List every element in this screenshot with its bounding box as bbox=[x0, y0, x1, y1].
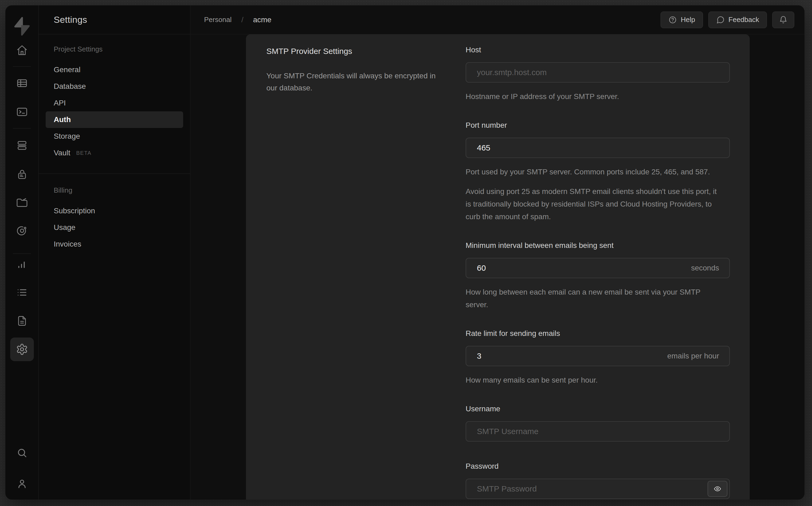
table-editor-icon bbox=[16, 77, 28, 89]
port-note: Avoid using port 25 as modern SMTP email… bbox=[466, 185, 718, 223]
reveal-password-button[interactable] bbox=[708, 481, 727, 497]
nav-heading-project-settings: Project Settings bbox=[39, 45, 190, 54]
rate-limit-field-group: Rate limit for sending emails emails per… bbox=[466, 329, 730, 386]
sidebar-item-table-editor[interactable] bbox=[5, 77, 39, 89]
chat-bubble-icon bbox=[716, 15, 725, 24]
password-label: Password bbox=[466, 462, 730, 471]
sidebar-item-realtime[interactable] bbox=[5, 225, 39, 237]
sidebar-item-search[interactable] bbox=[5, 447, 39, 459]
port-help: Port used by your SMTP server. Common po… bbox=[466, 166, 718, 178]
bell-icon bbox=[779, 15, 788, 24]
main-header: Personal / acme Help Feedback bbox=[191, 5, 805, 34]
password-field-group: Password bbox=[466, 462, 730, 499]
breadcrumb-org[interactable]: Personal bbox=[204, 15, 232, 24]
interval-field-group: Minimum interval between emails being se… bbox=[466, 241, 730, 311]
settings-nav-panel: Settings Project Settings General Databa… bbox=[39, 5, 191, 500]
api-docs-file-icon bbox=[16, 315, 28, 327]
sidebar-item-sql-editor[interactable] bbox=[5, 106, 39, 118]
host-field-group: Host Hostname or IP address of your SMTP… bbox=[466, 46, 730, 103]
beta-badge: BETA bbox=[76, 150, 91, 156]
sidebar-item-auth[interactable] bbox=[5, 168, 39, 180]
section-intro: SMTP Provider Settings Your SMTP Credent… bbox=[267, 47, 444, 94]
host-help: Hostname or IP address of your SMTP serv… bbox=[466, 90, 718, 103]
rate-limit-input-wrap: emails per hour bbox=[466, 346, 730, 366]
realtime-orbit-icon bbox=[16, 225, 28, 237]
supabase-logo[interactable] bbox=[5, 15, 39, 37]
page-title: Settings bbox=[54, 14, 87, 25]
database-icon bbox=[16, 140, 28, 151]
nav-header: Settings bbox=[39, 5, 190, 34]
help-button[interactable]: Help bbox=[661, 11, 703, 28]
help-circle-icon bbox=[668, 15, 677, 24]
nav-heading-billing: Billing bbox=[39, 186, 190, 194]
eye-icon bbox=[714, 485, 722, 493]
username-input-wrap bbox=[466, 421, 730, 442]
storage-icon bbox=[16, 196, 28, 208]
auth-lock-icon bbox=[16, 168, 28, 180]
nav-item-invoices[interactable]: Invoices bbox=[39, 236, 190, 252]
interval-input-wrap: seconds bbox=[466, 258, 730, 278]
sidebar-item-reports[interactable] bbox=[5, 258, 39, 270]
sidebar-item-settings[interactable] bbox=[10, 338, 34, 361]
port-label: Port number bbox=[466, 121, 730, 130]
settings-gear-icon bbox=[16, 343, 28, 355]
password-input[interactable] bbox=[466, 479, 730, 499]
port-input[interactable] bbox=[466, 138, 730, 158]
sidebar-item-account[interactable] bbox=[5, 478, 39, 490]
host-input[interactable] bbox=[466, 62, 730, 83]
nav-body: Project Settings General Database API Au… bbox=[39, 34, 190, 252]
app-window: Settings Project Settings General Databa… bbox=[5, 5, 805, 500]
port-input-wrap bbox=[466, 138, 730, 158]
logs-list-icon bbox=[16, 286, 28, 298]
host-label: Host bbox=[466, 46, 730, 54]
rate-limit-input[interactable] bbox=[466, 346, 730, 366]
rate-limit-label: Rate limit for sending emails bbox=[466, 329, 730, 338]
username-input[interactable] bbox=[466, 421, 730, 442]
section-description: Your SMTP Credentials will always be enc… bbox=[267, 70, 444, 94]
interval-label: Minimum interval between emails being se… bbox=[466, 241, 730, 250]
sidebar-item-logs[interactable] bbox=[5, 286, 39, 298]
rate-limit-help: How many emails can be sent per hour. bbox=[466, 374, 718, 386]
username-label: Username bbox=[466, 405, 730, 413]
search-icon bbox=[16, 447, 28, 459]
password-input-wrap bbox=[466, 479, 730, 499]
smtp-settings-card: SMTP Provider Settings Your SMTP Credent… bbox=[246, 34, 750, 500]
nav-item-api[interactable]: API bbox=[39, 95, 190, 111]
port-field-group: Port number Port used by your SMTP serve… bbox=[466, 121, 730, 223]
supabase-bolt-icon bbox=[11, 15, 33, 37]
header-actions: Help Feedback bbox=[661, 11, 794, 28]
nav-item-storage[interactable]: Storage bbox=[39, 128, 190, 145]
breadcrumb: Personal / acme bbox=[204, 15, 272, 24]
nav-item-usage[interactable]: Usage bbox=[39, 219, 190, 236]
rail-divider bbox=[13, 128, 31, 129]
sql-editor-icon bbox=[16, 106, 28, 118]
smtp-form: Host Hostname or IP address of your SMTP… bbox=[466, 46, 730, 500]
nav-item-vault[interactable]: Vault BETA bbox=[39, 145, 190, 161]
nav-section-billing: Billing Subscription Usage Invoices bbox=[39, 174, 190, 252]
sidebar-item-home[interactable] bbox=[5, 44, 39, 56]
home-icon bbox=[16, 44, 28, 56]
nav-item-auth[interactable]: Auth bbox=[46, 111, 183, 128]
interval-input[interactable] bbox=[466, 258, 730, 278]
username-field-group: Username bbox=[466, 405, 730, 442]
nav-item-general[interactable]: General bbox=[39, 62, 190, 78]
main-area: Personal / acme Help Feedback bbox=[191, 5, 805, 500]
sidebar-item-database[interactable] bbox=[5, 140, 39, 151]
rail-divider bbox=[13, 66, 31, 67]
feedback-button[interactable]: Feedback bbox=[708, 11, 767, 28]
sidebar-item-api-docs[interactable] bbox=[5, 315, 39, 327]
breadcrumb-project[interactable]: acme bbox=[253, 15, 271, 24]
section-title: SMTP Provider Settings bbox=[267, 47, 444, 56]
reports-chart-icon bbox=[16, 258, 28, 270]
user-icon bbox=[16, 478, 28, 490]
nav-item-database[interactable]: Database bbox=[39, 78, 190, 95]
icon-rail bbox=[5, 5, 39, 500]
breadcrumb-separator: / bbox=[241, 15, 243, 24]
host-input-wrap bbox=[466, 62, 730, 83]
nav-item-subscription[interactable]: Subscription bbox=[39, 202, 190, 219]
interval-help: How long between each email can a new em… bbox=[466, 286, 718, 311]
notifications-button[interactable] bbox=[772, 11, 794, 28]
sidebar-item-storage[interactable] bbox=[5, 196, 39, 208]
